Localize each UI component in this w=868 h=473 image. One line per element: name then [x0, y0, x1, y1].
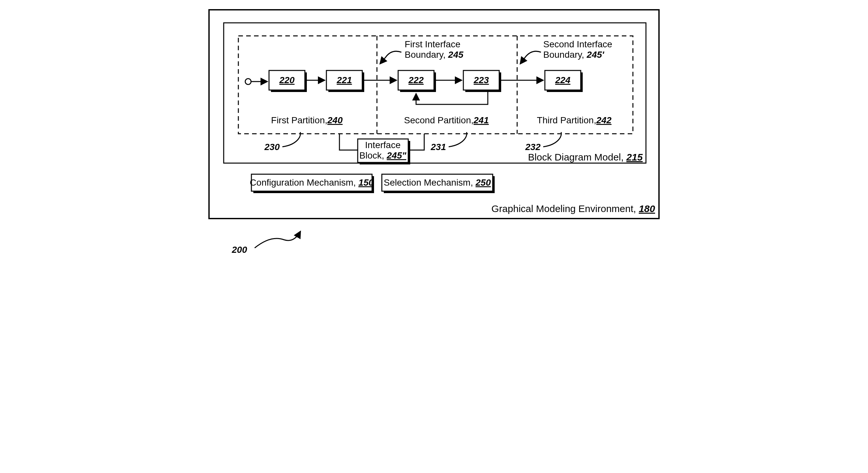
- block-221-label: 221: [337, 75, 352, 85]
- squiggle-230: [282, 132, 300, 147]
- block-222-label: 222: [408, 75, 424, 85]
- interface-block-l1: Interface: [365, 140, 401, 150]
- partition3-label: Third Partition,242: [537, 115, 612, 125]
- first-boundary-label: First Interface Boundary, 245: [405, 39, 463, 60]
- squiggle-231: [449, 132, 467, 147]
- block-diagram-model-label: Block Diagram Model, 215: [528, 152, 643, 162]
- second-boundary-label: Second Interface Boundary, 245': [543, 39, 615, 60]
- ref-200: 200: [231, 245, 247, 255]
- block-220-label: 220: [279, 75, 295, 85]
- partition2-label: Second Partition,241: [404, 115, 489, 125]
- ref-230: 230: [264, 142, 280, 152]
- partition1-label: First Partition,240: [271, 115, 343, 125]
- ref-231: 231: [430, 142, 446, 152]
- wire-ifblock-left: [339, 134, 358, 150]
- wire-feedback-223-222: [416, 92, 488, 105]
- block-224-label: 224: [555, 75, 570, 85]
- selection-mechanism-label: Selection Mechanism, 250: [384, 177, 491, 187]
- squiggle-232: [543, 132, 561, 147]
- callout-arrow-b2: [520, 51, 541, 64]
- callout-arrow-b1: [380, 51, 401, 64]
- config-mechanism-label: Configuration Mechanism, 150: [250, 177, 374, 187]
- squiggle-200: [255, 232, 300, 248]
- gme-label: Graphical Modeling Environment, 180: [491, 203, 655, 214]
- wire-ifblock-right: [408, 134, 424, 150]
- ref-232: 232: [525, 142, 540, 152]
- diagram-canvas: Graphical Modeling Environment, 180 Bloc…: [196, 0, 672, 261]
- interface-block-l2: Block, 245": [359, 150, 407, 160]
- block-223-label: 223: [473, 75, 489, 85]
- source-node: [245, 79, 251, 85]
